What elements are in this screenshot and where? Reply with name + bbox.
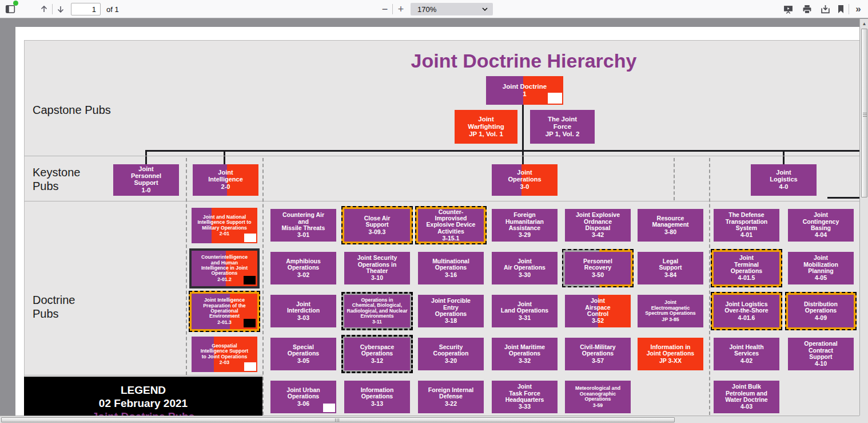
pub-box-fill: Joint Logistics Over-the-Shore4-01.6 — [714, 295, 779, 327]
pub-title: Countering Air and Missile Threats — [282, 212, 325, 231]
pub-title: Joint Land Operations — [501, 301, 548, 314]
pub-number: 3-29 — [519, 231, 531, 238]
scrollbar-corner — [859, 416, 868, 423]
pub-box-fill: Foreign Humanitarian Assistance3-29 — [492, 209, 558, 242]
pub-box-3-50: Personnel Recovery3-50 — [565, 252, 631, 284]
doctrine-column-5: Foreign Humanitarian Assistance3-29Joint… — [492, 209, 558, 413]
pub-number: 3-50 — [592, 271, 604, 278]
save-icon — [821, 5, 830, 14]
pub-title: Meteorological and Oceanographic Operati… — [575, 386, 620, 402]
pub-box-2-01-2: Counterintelligence and Human Intelligen… — [192, 251, 257, 286]
pub-box-fill: Personnel Recovery3-50 — [565, 252, 631, 284]
save-button[interactable] — [818, 2, 832, 16]
pub-box-fill: The Joint Force JP 1, Vol. 2 — [530, 110, 595, 144]
pub-title: Joint Airspace Control — [585, 298, 610, 317]
pub-box-fill: Joint Forcible Entry Operations3-18 — [418, 295, 484, 327]
pub-number: 4-09 — [815, 314, 827, 321]
pub-title: Special Operations — [288, 344, 319, 357]
pub-box-fill: Close Air Support3-09.3 — [344, 209, 410, 242]
pub-box-4-04: Joint Contingency Basing4-04 — [788, 209, 854, 242]
double-chevron-icon: » — [855, 3, 859, 15]
pub-title: Counterintelligence and Human Intelligen… — [201, 255, 248, 276]
pub-number: 3-01 — [297, 231, 309, 238]
pub-number: 4-0 — [779, 183, 789, 191]
pub-number: 3-15.1 — [443, 235, 460, 242]
pub-title: Counter- Improvised Explosive Device Act… — [427, 209, 476, 235]
pub-number: 4-05 — [815, 274, 827, 281]
doctrine-column-3: Close Air Support3-09.3Joint Security Op… — [344, 209, 410, 413]
pub-box-fill: Joint Security Operations in Theater3-10 — [344, 252, 410, 284]
pdf-viewer: { "toolbar": { "page_input": "1", "page_… — [0, 0, 868, 423]
horizontal-scrollbar[interactable] — [0, 416, 859, 423]
more-tools-button[interactable]: » — [851, 2, 865, 16]
pub-number: 3-31 — [519, 314, 531, 321]
pub-box-fill: Information in Joint OperationsJP 3-XX — [638, 338, 703, 370]
pub-box-3-03: Joint Interdiction3-03 — [270, 295, 336, 327]
pub-box-3-31: Joint Land Operations3-31 — [492, 295, 558, 327]
sidebar-toggle-button[interactable] — [3, 2, 17, 16]
pub-box-4-01-6: Joint Logistics Over-the-Shore4-01.6 — [714, 295, 779, 327]
zoom-level-select[interactable]: 170% — [411, 3, 493, 15]
pdf-toolbar: of 1 − + 170% — [0, 0, 868, 18]
pub-title: Cyberspace Operations — [360, 344, 395, 357]
pub-title: Foreign Internal Defense — [428, 387, 473, 400]
pub-title: Joint Intelligence Preparation of the Op… — [203, 298, 245, 319]
corner-marker-white — [323, 404, 335, 412]
corner-marker-white — [548, 93, 562, 104]
pub-title: Joint Bulk Petroleum and Water Doctrine — [725, 384, 767, 403]
pub-number: 1-0 — [142, 187, 151, 194]
pub-number: 3-42 — [592, 231, 604, 238]
pub-box-4-01: The Defense Transportation System4-01 — [714, 209, 779, 242]
pub-box-3-59: Meteorological and Oceanographic Operati… — [565, 381, 631, 413]
doctrine-column-1: Joint and National Intelligence Support … — [192, 208, 257, 372]
pub-box-3-15-1: Counter- Improvised Explosive Device Act… — [418, 209, 484, 242]
pub-number: 4-10 — [815, 360, 827, 367]
doctrine-column-6: Joint Explosive Ordnance Disposal3-42Per… — [565, 209, 631, 413]
horizontal-scrollbar-thumb[interactable] — [1, 417, 675, 422]
page-number-input[interactable] — [71, 3, 101, 15]
pub-box-fill: Joint Airspace Control3-52 — [565, 295, 631, 327]
pub-box-fill: Joint Land Operations3-31 — [492, 295, 558, 327]
pub-title: Resource Management — [652, 215, 688, 228]
previous-page-button[interactable] — [37, 2, 51, 16]
pub-number: 3-05 — [297, 357, 309, 364]
pub-number: 3-84 — [664, 271, 676, 278]
pub-box-4-09: Distribution Operations4-09 — [788, 295, 854, 327]
pub-title: Operational Contract Support — [804, 341, 837, 360]
current-view-button[interactable] — [834, 2, 847, 16]
pub-title: Joint Explosive Ordnance Disposal — [576, 212, 620, 231]
next-page-button[interactable] — [54, 2, 67, 16]
zoom-out-button[interactable]: − — [378, 2, 392, 16]
pub-box-fill: Special Operations3-05 — [270, 338, 336, 370]
scroll-up-icon: ▲ — [862, 21, 867, 26]
pub-number: 4-02 — [740, 357, 752, 364]
pub-box-fill: Joint Electromagnetic Spectrum Operation… — [638, 295, 703, 327]
pub-box-4-02: Joint Health Services4-02 — [714, 338, 779, 370]
pub-box-3-01: Countering Air and Missile Threats3-01 — [270, 209, 336, 242]
pub-title: Joint Urban Operations — [286, 387, 320, 400]
pub-box-fill: Operational Contract Support4-10 — [788, 338, 854, 370]
pub-box-the-joint-force-jp-1-vol-2: The Joint Force JP 1, Vol. 2 — [530, 110, 595, 144]
vertical-scrollbar[interactable]: ▲ ▼ — [859, 19, 868, 423]
pub-box-3-80: Resource Management3-80 — [638, 209, 703, 242]
pub-box-3-06: Joint Urban Operations3-06 — [270, 381, 336, 413]
zoom-in-button[interactable]: + — [394, 2, 408, 16]
presentation-mode-button[interactable] — [781, 2, 795, 16]
pub-number: 2-01 — [220, 231, 229, 236]
pub-box-jp-3-85: Joint Electromagnetic Spectrum Operation… — [638, 295, 703, 327]
print-button[interactable] — [800, 2, 814, 16]
pub-box-fill: Multinational Operations3-16 — [418, 252, 484, 284]
scroll-up-button[interactable]: ▲ — [860, 19, 868, 28]
pub-number: 3-06 — [297, 400, 309, 407]
pub-box-fill: Operations in Chemical, Biological, Radi… — [344, 295, 410, 327]
vertical-scrollbar-thumb[interactable] — [861, 29, 867, 197]
zoom-out-icon: − — [382, 4, 388, 14]
pub-title: Joint Logistics Over-the-Shore — [724, 301, 768, 314]
pub-box-3-20: Security Cooperation3-20 — [418, 338, 484, 370]
pub-box-fill: Counterintelligence and Human Intelligen… — [192, 251, 257, 286]
pub-box-3-84: Legal Support3-84 — [638, 252, 703, 284]
pub-box-3-52: Joint Airspace Control3-52 — [565, 295, 631, 327]
page-down-icon — [56, 5, 65, 14]
pub-number: 4-04 — [815, 231, 827, 238]
pub-box-3-0: Joint Operations3-0 — [492, 164, 558, 196]
